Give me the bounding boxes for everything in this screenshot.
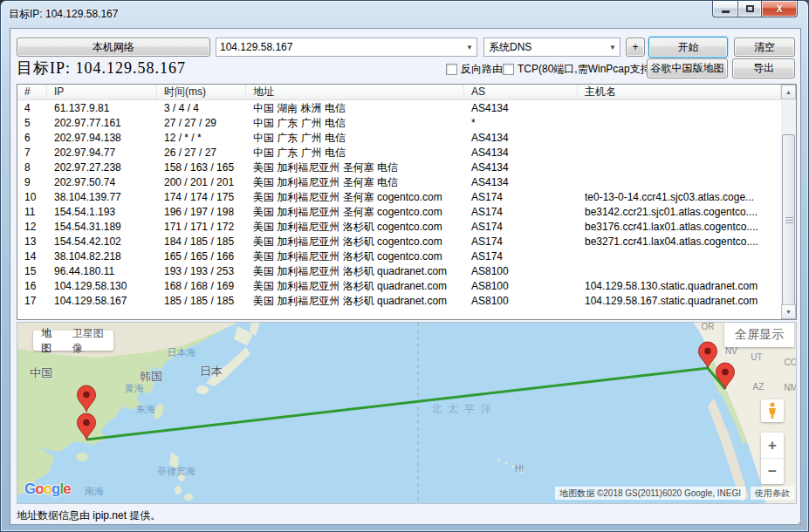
column-header-0[interactable]: # — [17, 85, 47, 99]
zoom-out-button[interactable]: − — [761, 459, 784, 484]
column-header-2[interactable]: 时间(ms) — [157, 85, 246, 99]
cell-hostname: be3271.ccr41.lax04.atlas.cogentco.... — [578, 235, 781, 249]
table-row[interactable]: 12154.54.31.189171 / 171 / 172美国 加利福尼亚州 … — [17, 220, 781, 235]
zoom-in-button[interactable]: + — [761, 433, 784, 459]
column-header-1[interactable]: IP — [47, 85, 157, 99]
cell-hostname: be3176.ccr41.lax01.atlas.cogentco.... — [578, 220, 781, 235]
table-row[interactable]: 9202.97.50.74200 / 201 / 201美国 加利福尼亚州 圣何… — [17, 175, 781, 190]
cell-hop: 17 — [17, 294, 47, 309]
maximize-button[interactable] — [737, 1, 761, 17]
table-row[interactable]: 5202.97.77.16127 / 27 / 29中国 广东 广州 电信* — [17, 116, 781, 131]
scroll-up-icon[interactable]: ▲ — [781, 85, 796, 99]
target-ip-input[interactable] — [216, 41, 463, 53]
table-row[interactable]: 16104.129.58.130168 / 168 / 169美国 加利福尼亚州… — [17, 279, 781, 294]
minimize-icon — [722, 10, 730, 13]
google-china-map-button[interactable]: 谷歌中国版地图 — [647, 58, 728, 78]
pegman-button[interactable] — [761, 399, 784, 422]
table-row[interactable]: 11154.54.1.193196 / 197 / 198美国 加利福尼亚州 圣… — [17, 205, 781, 220]
cell-hostname: te0-13-0-14.ccr41.sjc03.atlas.coge... — [578, 190, 781, 205]
table-row[interactable]: 13154.54.42.102184 / 185 / 185美国 加利福尼亚州 … — [17, 235, 781, 249]
scroll-down-icon[interactable]: ▼ — [781, 304, 796, 319]
reverse-route-label: 反向路由 — [461, 62, 503, 77]
cell-time: 168 / 168 / 169 — [157, 279, 246, 294]
cell-address: 美国 加利福尼亚州 洛杉矶 cogentco.com — [246, 220, 464, 235]
reverse-route-checkbox[interactable] — [446, 64, 457, 75]
cell-time: 196 / 197 / 198 — [157, 205, 246, 220]
add-button[interactable]: + — [626, 38, 645, 57]
cell-address: 美国 加利福尼亚州 洛杉矶 quadranet.com — [246, 279, 464, 294]
pegman-icon — [767, 402, 778, 419]
cell-ip: 202.97.77.161 — [47, 116, 157, 131]
cell-ip: 61.137.9.81 — [47, 101, 157, 116]
scrollbar-grip — [785, 220, 793, 221]
table-row[interactable]: 461.137.9.813 / 4 / 4中国 湖南 株洲 电信AS4134 — [17, 101, 781, 116]
cell-ip: 202.97.50.74 — [47, 175, 157, 190]
table-row[interactable]: 6202.97.94.13812 / * / *中国 广东 广州 电信AS413… — [17, 131, 781, 146]
cell-hop: 13 — [17, 235, 47, 249]
google-logo-letter: g — [51, 481, 59, 497]
table-body: 461.137.9.813 / 4 / 4中国 湖南 株洲 电信AS413452… — [17, 101, 781, 319]
cell-address: 中国 广东 广州 电信 — [246, 131, 464, 146]
cell-address: 美国 加利福尼亚州 圣何塞 cogentco.com — [246, 205, 464, 220]
cell-address: 美国 加利福尼亚州 洛杉矶 quadranet.com — [246, 264, 464, 279]
table-row[interactable]: 7202.97.94.7726 / 27 / 27中国 广东 广州 电信AS41… — [17, 146, 781, 160]
cell-hostname: be3142.ccr21.sjc01.atlas.cogentco.... — [578, 205, 781, 220]
tcp-checkbox[interactable] — [503, 64, 514, 75]
cell-time: 184 / 185 / 185 — [157, 235, 246, 249]
cell-hostname — [578, 175, 781, 190]
column-header-5[interactable]: 主机名 — [578, 85, 781, 99]
table-header: #IP时间(ms)地址AS主机名 — [17, 85, 781, 100]
cell-ip: 104.129.58.130 — [47, 279, 157, 294]
terms-link[interactable]: 使用条款 — [751, 487, 794, 500]
google-logo-letter: G — [24, 481, 35, 497]
cell-time: 158 / 163 / 165 — [157, 160, 246, 175]
scrollbar-thumb[interactable] — [782, 134, 795, 305]
dns-select[interactable]: 系统DNS ▼ — [483, 38, 620, 57]
map-type-satellite-button[interactable]: 卫星图像 — [72, 326, 113, 356]
start-button[interactable]: 开始 — [648, 37, 728, 58]
google-logo[interactable]: Google — [24, 481, 71, 498]
cell-as: AS174 — [464, 205, 578, 220]
export-button[interactable]: 导出 — [732, 58, 795, 78]
titlebar[interactable]: 目标IP: 104.129.58.167 X — [1, 1, 808, 28]
cell-ip: 202.97.94.138 — [47, 131, 157, 146]
cell-hostname — [578, 264, 781, 279]
route-map[interactable]: 日本海黄海东海南海菲律宾海北太平洋中国韩国日本ORNVUTCOAZNMHI 地图… — [17, 322, 797, 504]
cell-hop: 9 — [17, 175, 47, 190]
chevron-down-icon[interactable]: ▼ — [606, 44, 620, 51]
close-icon: X — [777, 4, 783, 14]
fullscreen-button[interactable]: 全屏显示 — [724, 323, 794, 347]
column-header-4[interactable]: AS — [464, 85, 578, 99]
cell-hostname — [578, 160, 781, 175]
traceroute-table: #IP时间(ms)地址AS主机名 461.137.9.813 / 4 / 4中国… — [17, 84, 797, 320]
table-row[interactable]: 8202.97.27.238158 / 163 / 165美国 加利福尼亚州 圣… — [17, 160, 781, 175]
cell-hop: 12 — [17, 220, 47, 235]
map-type-map-button[interactable]: 地图 — [41, 326, 62, 356]
cell-as: AS174 — [464, 190, 578, 205]
local-network-button[interactable]: 本机网络 — [17, 38, 210, 57]
maximize-icon — [746, 5, 754, 12]
table-scrollbar[interactable]: ▲ ▼ — [781, 85, 796, 319]
resize-grip[interactable] — [796, 519, 807, 530]
cell-address: 美国 加利福尼亚州 圣何塞 cogentco.com — [246, 190, 464, 205]
cell-address: 中国 湖南 株洲 电信 — [246, 101, 464, 116]
map-canvas — [17, 323, 797, 504]
column-header-3[interactable]: 地址 — [246, 85, 464, 99]
table-row[interactable]: 1438.104.82.218165 / 165 / 166美国 加利福尼亚州 … — [17, 249, 781, 264]
minimize-button[interactable] — [712, 1, 737, 17]
cell-hostname — [578, 249, 781, 264]
chevron-down-icon[interactable]: ▼ — [463, 44, 476, 51]
cell-time: 12 / * / * — [157, 131, 246, 146]
table-row[interactable]: 1596.44.180.11193 / 193 / 253美国 加利福尼亚州 洛… — [17, 264, 781, 279]
cell-hop: 7 — [17, 146, 47, 160]
cell-ip: 202.97.27.238 — [47, 160, 157, 175]
table-row[interactable]: 17104.129.58.167185 / 185 / 185美国 加利福尼亚州… — [17, 294, 781, 309]
table-row[interactable]: 1038.104.139.77174 / 174 / 175美国 加利福尼亚州 … — [17, 190, 781, 205]
close-button[interactable]: X — [761, 1, 798, 17]
cell-hop: 6 — [17, 131, 47, 146]
map-attribution: 地图数据 ©2018 GS(2011)6020 Google, INEGI — [555, 487, 745, 500]
cell-as: AS4134 — [464, 175, 578, 190]
cell-hop: 8 — [17, 160, 47, 175]
google-logo-letter: e — [63, 481, 70, 497]
clear-button[interactable]: 清空 — [734, 38, 795, 57]
